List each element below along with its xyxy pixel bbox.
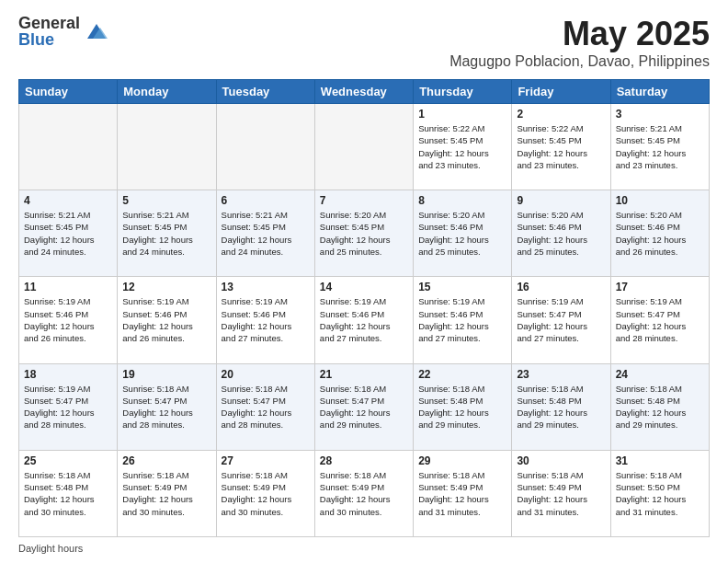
calendar-day-cell: 22Sunrise: 5:18 AM Sunset: 5:48 PM Dayli… (414, 363, 512, 450)
calendar-day-header: Tuesday (216, 80, 314, 104)
day-number: 5 (122, 194, 210, 207)
page: General Blue May 2025 Magugpo Poblacion,… (0, 0, 728, 563)
calendar-table: SundayMondayTuesdayWednesdayThursdayFrid… (18, 79, 710, 537)
calendar-day-cell: 19Sunrise: 5:18 AM Sunset: 5:47 PM Dayli… (118, 363, 216, 450)
calendar-week-row: 25Sunrise: 5:18 AM Sunset: 5:48 PM Dayli… (19, 450, 710, 536)
day-number: 23 (517, 368, 605, 381)
calendar-day-cell: 3Sunrise: 5:21 AM Sunset: 5:45 PM Daylig… (610, 104, 709, 190)
calendar-day-cell: 4Sunrise: 5:21 AM Sunset: 5:45 PM Daylig… (19, 190, 118, 277)
calendar-day-cell: 14Sunrise: 5:19 AM Sunset: 5:46 PM Dayli… (314, 277, 413, 363)
day-number: 25 (24, 454, 112, 467)
day-info: Sunrise: 5:18 AM Sunset: 5:49 PM Dayligh… (517, 469, 605, 518)
calendar-day-cell: 17Sunrise: 5:19 AM Sunset: 5:47 PM Dayli… (610, 277, 709, 363)
calendar-day-cell: 15Sunrise: 5:19 AM Sunset: 5:46 PM Dayli… (414, 277, 512, 363)
calendar-week-row: 4Sunrise: 5:21 AM Sunset: 5:45 PM Daylig… (19, 190, 710, 277)
day-info: Sunrise: 5:19 AM Sunset: 5:46 PM Dayligh… (24, 295, 112, 344)
calendar-day-cell: 5Sunrise: 5:21 AM Sunset: 5:45 PM Daylig… (118, 190, 216, 277)
main-title: May 2025 (449, 15, 710, 53)
day-info: Sunrise: 5:19 AM Sunset: 5:46 PM Dayligh… (122, 295, 210, 344)
calendar-week-row: 11Sunrise: 5:19 AM Sunset: 5:46 PM Dayli… (19, 277, 710, 363)
day-info: Sunrise: 5:18 AM Sunset: 5:48 PM Dayligh… (616, 383, 704, 431)
day-number: 2 (517, 108, 605, 121)
calendar-day-cell: 27Sunrise: 5:18 AM Sunset: 5:49 PM Dayli… (216, 450, 314, 536)
day-info: Sunrise: 5:18 AM Sunset: 5:47 PM Dayligh… (122, 383, 210, 431)
calendar-day-cell: 12Sunrise: 5:19 AM Sunset: 5:46 PM Dayli… (118, 277, 216, 363)
calendar-day-cell: 16Sunrise: 5:19 AM Sunset: 5:47 PM Dayli… (512, 277, 610, 363)
day-info: Sunrise: 5:18 AM Sunset: 5:50 PM Dayligh… (616, 469, 704, 518)
day-number: 3 (616, 108, 704, 121)
calendar-day-cell: 31Sunrise: 5:18 AM Sunset: 5:50 PM Dayli… (610, 450, 709, 536)
day-info: Sunrise: 5:22 AM Sunset: 5:45 PM Dayligh… (418, 122, 506, 171)
day-number: 19 (122, 368, 210, 381)
day-info: Sunrise: 5:20 AM Sunset: 5:46 PM Dayligh… (616, 209, 704, 258)
day-info: Sunrise: 5:21 AM Sunset: 5:45 PM Dayligh… (122, 209, 210, 258)
day-info: Sunrise: 5:19 AM Sunset: 5:46 PM Dayligh… (320, 295, 408, 344)
day-number: 27 (222, 454, 310, 467)
day-number: 18 (24, 368, 112, 381)
footer: Daylight hours (18, 543, 710, 554)
calendar-day-cell: 10Sunrise: 5:20 AM Sunset: 5:46 PM Dayli… (610, 190, 709, 277)
calendar-day-cell: 9Sunrise: 5:20 AM Sunset: 5:46 PM Daylig… (512, 190, 610, 277)
day-number: 12 (122, 281, 210, 293)
day-number: 9 (517, 194, 605, 207)
calendar-day-cell: 18Sunrise: 5:19 AM Sunset: 5:47 PM Dayli… (19, 363, 118, 450)
day-info: Sunrise: 5:21 AM Sunset: 5:45 PM Dayligh… (616, 122, 704, 171)
day-number: 24 (616, 368, 704, 381)
calendar-day-header: Wednesday (314, 80, 413, 104)
day-info: Sunrise: 5:20 AM Sunset: 5:45 PM Dayligh… (320, 209, 408, 258)
calendar-day-cell: 23Sunrise: 5:18 AM Sunset: 5:48 PM Dayli… (512, 363, 610, 450)
header: General Blue May 2025 Magugpo Poblacion,… (18, 15, 710, 70)
day-info: Sunrise: 5:20 AM Sunset: 5:46 PM Dayligh… (418, 209, 506, 258)
day-number: 26 (122, 454, 210, 467)
day-number: 8 (418, 194, 506, 207)
day-info: Sunrise: 5:21 AM Sunset: 5:45 PM Dayligh… (24, 209, 112, 258)
calendar-day-cell (216, 104, 314, 190)
day-number: 4 (24, 194, 112, 207)
title-section: May 2025 Magugpo Poblacion, Davao, Phili… (449, 15, 710, 70)
day-number: 11 (24, 281, 112, 293)
day-info: Sunrise: 5:20 AM Sunset: 5:46 PM Dayligh… (517, 209, 605, 258)
day-info: Sunrise: 5:18 AM Sunset: 5:49 PM Dayligh… (222, 469, 310, 518)
calendar-day-cell: 11Sunrise: 5:19 AM Sunset: 5:46 PM Dayli… (19, 277, 118, 363)
day-info: Sunrise: 5:19 AM Sunset: 5:46 PM Dayligh… (418, 295, 506, 344)
day-info: Sunrise: 5:19 AM Sunset: 5:47 PM Dayligh… (616, 295, 704, 344)
logo-general: General (18, 15, 80, 31)
calendar-day-cell: 26Sunrise: 5:18 AM Sunset: 5:49 PM Dayli… (118, 450, 216, 536)
calendar-day-header: Thursday (414, 80, 512, 104)
day-number: 16 (517, 281, 605, 293)
calendar-week-row: 18Sunrise: 5:19 AM Sunset: 5:47 PM Dayli… (19, 363, 710, 450)
day-number: 15 (418, 281, 506, 293)
calendar-day-header: Sunday (19, 80, 118, 104)
calendar-day-header: Friday (512, 80, 610, 104)
day-number: 29 (418, 454, 506, 467)
day-info: Sunrise: 5:18 AM Sunset: 5:48 PM Dayligh… (517, 383, 605, 431)
calendar-day-cell: 8Sunrise: 5:20 AM Sunset: 5:46 PM Daylig… (414, 190, 512, 277)
day-number: 31 (616, 454, 704, 467)
day-info: Sunrise: 5:19 AM Sunset: 5:46 PM Dayligh… (222, 295, 310, 344)
day-number: 30 (517, 454, 605, 467)
day-number: 14 (320, 281, 408, 293)
day-number: 17 (616, 281, 704, 293)
calendar-day-header: Monday (118, 80, 216, 104)
calendar-week-row: 1Sunrise: 5:22 AM Sunset: 5:45 PM Daylig… (19, 104, 710, 190)
day-info: Sunrise: 5:18 AM Sunset: 5:49 PM Dayligh… (320, 469, 408, 518)
calendar-day-cell: 29Sunrise: 5:18 AM Sunset: 5:49 PM Dayli… (414, 450, 512, 536)
day-number: 22 (418, 368, 506, 381)
calendar-day-cell: 2Sunrise: 5:22 AM Sunset: 5:45 PM Daylig… (512, 104, 610, 190)
logo-text: General Blue (18, 15, 80, 48)
day-number: 6 (222, 194, 310, 207)
day-info: Sunrise: 5:21 AM Sunset: 5:45 PM Dayligh… (222, 209, 310, 258)
calendar-day-cell: 20Sunrise: 5:18 AM Sunset: 5:47 PM Dayli… (216, 363, 314, 450)
calendar-day-cell (19, 104, 118, 190)
day-info: Sunrise: 5:18 AM Sunset: 5:47 PM Dayligh… (222, 383, 310, 431)
calendar-header-row: SundayMondayTuesdayWednesdayThursdayFrid… (19, 80, 710, 104)
day-info: Sunrise: 5:18 AM Sunset: 5:47 PM Dayligh… (320, 383, 408, 431)
calendar-day-cell: 6Sunrise: 5:21 AM Sunset: 5:45 PM Daylig… (216, 190, 314, 277)
calendar-day-cell (314, 104, 413, 190)
calendar-day-header: Saturday (610, 80, 709, 104)
day-info: Sunrise: 5:18 AM Sunset: 5:49 PM Dayligh… (418, 469, 506, 518)
calendar-day-cell: 21Sunrise: 5:18 AM Sunset: 5:47 PM Dayli… (314, 363, 413, 450)
day-info: Sunrise: 5:18 AM Sunset: 5:48 PM Dayligh… (24, 469, 112, 518)
day-number: 10 (616, 194, 704, 207)
logo-blue: Blue (18, 31, 80, 48)
